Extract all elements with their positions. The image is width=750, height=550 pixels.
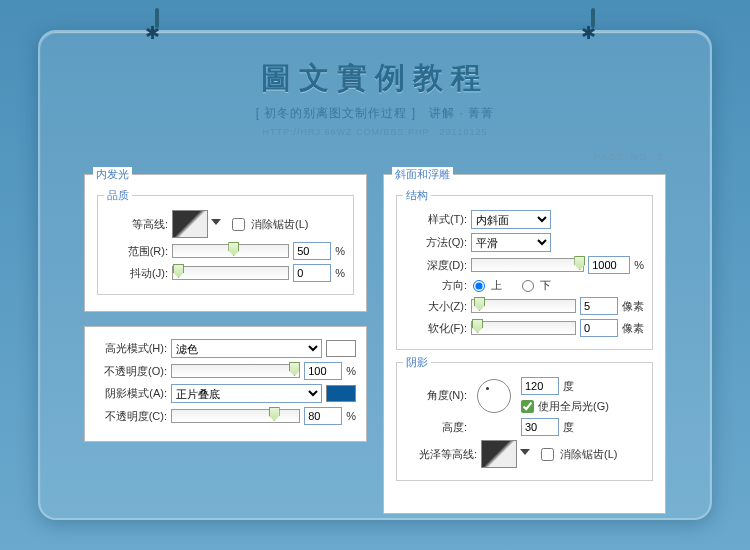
soften-slider[interactable] bbox=[471, 321, 576, 335]
gloss-contour-picker[interactable] bbox=[481, 440, 517, 468]
jitter-label: 抖动(J): bbox=[106, 266, 168, 281]
style-label: 样式(T): bbox=[405, 212, 467, 227]
antialias-checkbox[interactable] bbox=[232, 218, 245, 231]
highlight-color-swatch[interactable] bbox=[326, 340, 356, 357]
shadow-mode-select[interactable]: 正片叠底 bbox=[171, 384, 322, 403]
opacity2-unit: % bbox=[346, 410, 356, 422]
direction-up-label: 上 bbox=[491, 278, 502, 293]
size-slider[interactable] bbox=[471, 299, 576, 313]
angle-dial[interactable] bbox=[477, 379, 511, 413]
depth-label: 深度(D): bbox=[405, 258, 467, 273]
contour-picker[interactable] bbox=[172, 210, 208, 238]
angle-label: 角度(N): bbox=[405, 388, 467, 403]
jitter-input[interactable] bbox=[293, 264, 331, 282]
structure-title: 结构 bbox=[403, 188, 431, 203]
opacity1-unit: % bbox=[346, 365, 356, 377]
size-label: 大小(Z): bbox=[405, 299, 467, 314]
size-input[interactable] bbox=[580, 297, 618, 315]
bevel-antialias-checkbox[interactable] bbox=[541, 448, 554, 461]
depth-unit: % bbox=[634, 259, 644, 271]
opacity1-label: 不透明度(O): bbox=[95, 364, 167, 379]
page-url: HTTP://HRJ.66WZ.COM/BBS.PHP 20110125 bbox=[40, 126, 710, 139]
direction-down-label: 下 bbox=[540, 278, 551, 293]
highlight-mode-select[interactable]: 滤色 bbox=[171, 339, 322, 358]
direction-up-radio[interactable] bbox=[473, 280, 485, 292]
opacity1-slider[interactable] bbox=[171, 364, 300, 378]
inner-glow-panel: 内发光 品质 等高线: 消除锯齿(L) 范围(R): % bbox=[84, 174, 367, 312]
header: 圖文實例教程 [ 初冬的别离图文制作过程 ] 讲解 · 菁菁 HTTP://HR… bbox=[40, 32, 710, 139]
shadow-mode-label: 阴影模式(A): bbox=[95, 386, 167, 401]
altitude-input[interactable] bbox=[521, 418, 559, 436]
shadow-color-swatch[interactable] bbox=[326, 385, 356, 402]
shading-title: 阴影 bbox=[403, 355, 431, 370]
page-subtitle: [ 初冬的别离图文制作过程 ] 讲解 · 菁菁 bbox=[40, 105, 710, 122]
structure-group: 结构 样式(T): 内斜面 方法(Q): 平滑 深度(D): % bbox=[396, 195, 653, 350]
bevel-title: 斜面和浮雕 bbox=[392, 167, 453, 182]
glass-frame: 圖文實例教程 [ 初冬的别离图文制作过程 ] 讲解 · 菁菁 HTTP://HR… bbox=[38, 30, 712, 520]
soften-label: 软化(F): bbox=[405, 321, 467, 336]
clip-left-icon bbox=[145, 8, 169, 48]
gloss-contour-label: 光泽等高线: bbox=[405, 447, 477, 462]
shading-group: 阴影 角度(N): 度 使用全局光(G) bbox=[396, 362, 653, 481]
clip-right-icon bbox=[581, 8, 605, 48]
global-light-checkbox[interactable] bbox=[521, 400, 534, 413]
depth-slider[interactable] bbox=[471, 258, 584, 272]
bevel-panel: 斜面和浮雕 结构 样式(T): 内斜面 方法(Q): 平滑 深度(D): bbox=[383, 174, 666, 514]
style-select[interactable]: 内斜面 bbox=[471, 210, 551, 229]
range-slider[interactable] bbox=[172, 244, 289, 258]
direction-label: 方向: bbox=[405, 278, 467, 293]
soften-unit: 像素 bbox=[622, 321, 644, 336]
soften-input[interactable] bbox=[580, 319, 618, 337]
angle-input[interactable] bbox=[521, 377, 559, 395]
depth-input[interactable] bbox=[588, 256, 630, 274]
opacity2-slider[interactable] bbox=[171, 409, 300, 423]
global-light-label: 使用全局光(G) bbox=[538, 399, 609, 414]
quality-title: 品质 bbox=[104, 188, 132, 203]
antialias-label: 消除锯齿(L) bbox=[251, 217, 308, 232]
size-unit: 像素 bbox=[622, 299, 644, 314]
page-number: PAGE NO. 3 bbox=[594, 152, 664, 162]
opacity1-input[interactable] bbox=[304, 362, 342, 380]
inner-glow-title: 内发光 bbox=[93, 167, 132, 182]
bevel-antialias-label: 消除锯齿(L) bbox=[560, 447, 617, 462]
page-title: 圖文實例教程 bbox=[40, 58, 710, 99]
range-input[interactable] bbox=[293, 242, 331, 260]
highlight-panel: 高光模式(H): 滤色 不透明度(O): % 阴影模式(A): 正片叠底 不透明… bbox=[84, 326, 367, 442]
altitude-unit: 度 bbox=[563, 420, 574, 435]
range-label: 范围(R): bbox=[106, 244, 168, 259]
jitter-unit: % bbox=[335, 267, 345, 279]
contour-label: 等高线: bbox=[106, 217, 168, 232]
highlight-mode-label: 高光模式(H): bbox=[95, 341, 167, 356]
quality-group: 品质 等高线: 消除锯齿(L) 范围(R): % bbox=[97, 195, 354, 295]
opacity2-label: 不透明度(C): bbox=[95, 409, 167, 424]
direction-down-radio[interactable] bbox=[522, 280, 534, 292]
altitude-label: 高度: bbox=[405, 420, 467, 435]
angle-unit: 度 bbox=[563, 379, 574, 394]
range-unit: % bbox=[335, 245, 345, 257]
technique-select[interactable]: 平滑 bbox=[471, 233, 551, 252]
opacity2-input[interactable] bbox=[304, 407, 342, 425]
jitter-slider[interactable] bbox=[172, 266, 289, 280]
technique-label: 方法(Q): bbox=[405, 235, 467, 250]
